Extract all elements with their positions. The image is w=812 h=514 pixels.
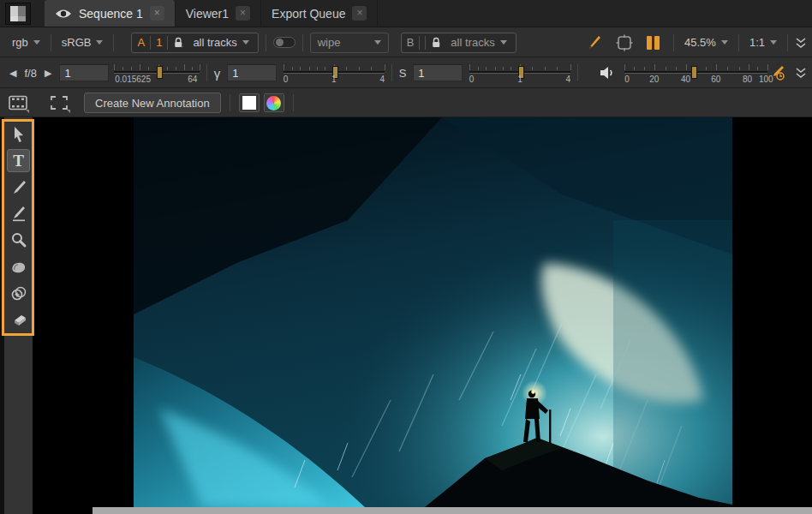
collapse-chevrons-icon[interactable] — [795, 37, 807, 49]
pause-icon[interactable] — [647, 36, 660, 50]
annotation-frame-menu-button[interactable] — [46, 92, 72, 114]
annotation-tool-column: T — [4, 117, 33, 514]
chevron-down-icon — [33, 40, 40, 45]
magnifier-tool-button[interactable] — [7, 229, 30, 252]
eraser-tool-button[interactable] — [7, 308, 30, 332]
chevron-down-icon — [26, 110, 29, 113]
gain-tick-max: 64 — [188, 75, 197, 84]
create-annotation-button[interactable]: Create New Annotation — [84, 93, 221, 113]
colorspace-select[interactable]: sRGB — [58, 36, 107, 49]
s-control-slider[interactable]: 0 1 4 — [469, 63, 570, 83]
gain-slider[interactable]: 0.015625 64 — [114, 63, 200, 83]
divider — [577, 64, 578, 81]
tab-sequence-1[interactable]: Sequence 1 × — [45, 0, 176, 27]
zoom-level-select[interactable]: 45.5% — [681, 36, 731, 49]
chevron-down-icon — [770, 40, 777, 45]
text-tool-icon: T — [13, 152, 24, 170]
divider — [787, 34, 788, 51]
annotation-row: Create New Annotation — [0, 89, 812, 117]
chevron-down-icon — [67, 110, 70, 113]
track-number[interactable]: 1 — [156, 36, 162, 49]
tab-viewer1[interactable]: Viewer1 × — [176, 0, 261, 27]
proxy-scale-value: 1:1 — [749, 36, 765, 49]
add-shape-tool-button[interactable] — [7, 282, 30, 305]
annotation-color-wheel-button[interactable] — [264, 93, 284, 112]
eye-icon — [55, 9, 72, 19]
divider — [419, 36, 420, 50]
tab-bar: Sequence 1 × Viewer1 × Export Queue × — [0, 0, 812, 27]
tab-label: Export Queue — [272, 7, 345, 21]
divider — [206, 64, 207, 81]
input-b-group: B all tracks — [401, 33, 516, 53]
close-icon[interactable]: × — [150, 6, 164, 21]
gain-slider-handle[interactable] — [157, 66, 163, 79]
b-tracks-value: all tracks — [451, 36, 494, 49]
pane-layout-button[interactable] — [5, 3, 31, 25]
s-control-label: S — [399, 67, 407, 80]
chevron-down-icon — [242, 40, 249, 45]
collapse-chevrons-icon[interactable] — [795, 67, 807, 79]
magnifier-icon — [10, 232, 27, 249]
speaker-icon[interactable] — [599, 65, 616, 81]
bottom-panel-edge — [93, 507, 812, 514]
input-a-label[interactable]: A — [137, 36, 145, 49]
lock-icon[interactable] — [431, 37, 442, 49]
eraser-icon — [10, 314, 27, 327]
blend-mode-select[interactable]: wipe — [310, 33, 389, 53]
gamma-label: γ — [214, 66, 221, 81]
gamma-slider[interactable]: 0 1 4 — [284, 63, 385, 83]
a-tracks-value: all tracks — [193, 36, 236, 49]
line-brush-icon — [10, 206, 27, 223]
tab-export-queue[interactable]: Export Queue × — [261, 0, 378, 27]
chevron-down-icon — [374, 40, 381, 45]
annotation-color-white-button[interactable] — [239, 93, 260, 112]
divider — [302, 34, 303, 51]
select-tool-button[interactable] — [7, 123, 30, 146]
divider — [113, 34, 114, 51]
s-control-input[interactable]: 1 — [413, 64, 463, 81]
color-wheel-icon — [266, 96, 281, 111]
text-tool-button[interactable]: T — [7, 149, 30, 172]
close-icon[interactable]: × — [352, 6, 367, 21]
gain-stop-label: f/8 — [24, 67, 36, 80]
gamma-input[interactable]: 1 — [227, 64, 277, 81]
chevron-down-icon — [500, 40, 507, 45]
wipe-toggle[interactable] — [273, 37, 296, 48]
input-b-label[interactable]: B — [407, 36, 415, 49]
volume-slider-handle[interactable] — [691, 66, 697, 79]
tab-label: Viewer1 — [186, 7, 229, 21]
gain-prev-button[interactable]: ◀ — [7, 68, 19, 79]
annotation-brush-icon[interactable] — [585, 34, 602, 51]
b-tracks-select[interactable]: all tracks — [447, 36, 510, 49]
divider — [391, 64, 392, 81]
divider — [673, 34, 674, 51]
divider — [293, 94, 294, 111]
viewer-canvas[interactable] — [33, 117, 812, 514]
line-tool-button[interactable] — [7, 202, 30, 225]
close-icon[interactable]: × — [236, 6, 250, 21]
proxy-scale-select[interactable]: 1:1 — [746, 36, 780, 49]
annotation-clip-menu-button[interactable] — [5, 92, 31, 114]
zoom-level-value: 45.5% — [684, 36, 716, 49]
gain-next-button[interactable]: ▶ — [42, 68, 54, 79]
divider — [425, 36, 426, 50]
lock-icon[interactable] — [173, 37, 184, 49]
channel-select[interactable]: rgb — [9, 36, 44, 49]
marker-tool-button[interactable] — [7, 255, 30, 278]
cursor-arrow-icon — [11, 126, 27, 143]
exposure-controls-row: ◀ f/8 ▶ 1 0.015625 64 γ 1 — [0, 58, 812, 88]
input-a-group: A 1 all tracks — [131, 33, 258, 53]
brush-tool-button[interactable] — [7, 176, 30, 199]
safe-zone-icon[interactable] — [616, 34, 633, 51]
divider — [167, 36, 168, 50]
add-circles-icon — [10, 285, 27, 302]
colorspace-value: sRGB — [62, 36, 92, 49]
gain-input[interactable]: 1 — [59, 64, 109, 81]
divider — [738, 34, 739, 51]
volume-slider[interactable]: 0 20 40 60 80 100 — [624, 63, 767, 83]
tab-label: Sequence 1 — [79, 7, 143, 21]
chevron-down-icon — [721, 40, 728, 45]
marker-blob-icon — [10, 260, 27, 274]
a-tracks-select[interactable]: all tracks — [189, 36, 252, 49]
viewer-image — [134, 117, 732, 507]
